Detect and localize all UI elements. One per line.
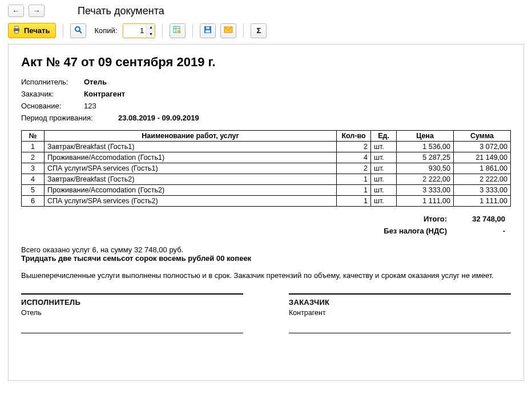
document-area: Акт № 47 от 09 сентября 2019 г. Исполнит… xyxy=(8,44,524,381)
total-label: Итого: xyxy=(379,213,452,224)
edit-button[interactable] xyxy=(170,23,186,38)
arrow-right-icon: → xyxy=(33,6,41,15)
basis-label: Основание: xyxy=(21,102,84,110)
cell-sum: 3 333,00 xyxy=(454,185,511,196)
signatures: ИСПОЛНИТЕЛЬ Отель ЗАКАЗЧИК Контрагент xyxy=(21,293,511,333)
customer-role: ЗАКАЗЧИК xyxy=(289,298,511,307)
cell-unit: шт. xyxy=(371,196,397,207)
th-unit: Ед. xyxy=(371,131,397,142)
basis-value: 123 xyxy=(84,102,96,110)
table-row: 6СПА услуги/SPA services (Гость2)1шт.1 1… xyxy=(22,196,511,207)
back-button[interactable]: ← xyxy=(8,5,24,17)
cell-name: СПА услуги/SPA services (Гость2) xyxy=(45,196,337,207)
executor-value: Отель xyxy=(84,78,107,86)
completion-note: Вышеперечисленные услуги выполнены полно… xyxy=(21,271,511,281)
cell-price: 930,50 xyxy=(397,163,454,174)
table-edit-icon xyxy=(173,25,182,36)
th-name: Наименование работ, услуг xyxy=(45,131,337,142)
cell-num: 1 xyxy=(22,142,45,152)
th-qty: Кол-во xyxy=(337,131,371,142)
cell-name: Проживание/Accomodation (Гость2) xyxy=(45,185,337,196)
th-price: Цена xyxy=(397,131,454,142)
cell-num: 3 xyxy=(22,163,45,174)
copies-down[interactable]: ▼ xyxy=(147,31,155,38)
executor-label: Исполнитель: xyxy=(21,78,84,86)
executor-signature: ИСПОЛНИТЕЛЬ Отель xyxy=(21,293,243,333)
cell-sum: 2 222,00 xyxy=(454,174,511,185)
customer-signature: ЗАКАЗЧИК Контрагент xyxy=(289,293,511,333)
cell-name: Проживание/Accomodation (Гость1) xyxy=(45,152,337,163)
cell-sum: 3 072,00 xyxy=(454,142,511,152)
customer-name: Контрагент xyxy=(289,309,511,317)
copies-input[interactable] xyxy=(123,24,146,38)
tax-label: Без налога (НДС) xyxy=(379,225,452,236)
separator xyxy=(162,24,163,38)
magnifier-icon xyxy=(74,25,83,36)
cell-qty: 1 xyxy=(337,185,371,196)
document-title: Акт № 47 от 09 сентября 2019 г. xyxy=(21,55,511,70)
svg-line-4 xyxy=(79,31,82,33)
svg-rect-10 xyxy=(206,27,209,29)
copies-up[interactable]: ▲ xyxy=(147,24,155,31)
period-value: 23.08.2019 - 09.09.2019 xyxy=(118,114,199,122)
meta-customer: Заказчик: Контрагент xyxy=(21,90,511,98)
cell-sum: 1 861,00 xyxy=(454,163,511,174)
table-row: 3СПА услуги/SPA services (Гость1)2шт.930… xyxy=(22,163,511,174)
cell-name: СПА услуги/SPA services (Гость1) xyxy=(45,163,337,174)
cell-qty: 1 xyxy=(337,196,371,207)
cell-price: 1 536,00 xyxy=(397,142,454,152)
separator xyxy=(192,24,193,38)
customer-label: Заказчик: xyxy=(21,90,84,98)
print-button[interactable]: Печать xyxy=(8,23,56,38)
cell-qty: 4 xyxy=(337,152,371,163)
toolbar: Печать Копий: ▲ ▼ Σ xyxy=(0,19,532,44)
cell-qty: 2 xyxy=(337,163,371,174)
separator xyxy=(63,24,63,38)
forward-button[interactable]: → xyxy=(29,5,45,17)
totals-block: Итого: 32 748,00 Без налога (НДС) - xyxy=(21,212,511,237)
separator xyxy=(243,24,244,38)
cell-qty: 1 xyxy=(337,174,371,185)
th-sum: Сумма xyxy=(454,131,511,142)
floppy-icon xyxy=(203,25,212,36)
arrow-left-icon: ← xyxy=(12,6,20,15)
copies-stepper[interactable]: ▲ ▼ xyxy=(123,23,155,38)
cell-num: 5 xyxy=(22,185,45,196)
cell-price: 1 111,00 xyxy=(397,196,454,207)
th-num: № xyxy=(22,131,45,142)
meta-period: Период проживания: 23.08.2019 - 09.09.20… xyxy=(21,114,511,122)
svg-rect-2 xyxy=(15,31,18,33)
preview-button[interactable] xyxy=(70,23,86,38)
cell-unit: шт. xyxy=(371,163,397,174)
cell-price: 3 333,00 xyxy=(397,185,454,196)
cell-qty: 2 xyxy=(337,142,371,152)
send-email-button[interactable] xyxy=(220,23,236,38)
cell-sum: 21 149,00 xyxy=(454,152,511,163)
sigma-icon: Σ xyxy=(256,26,261,35)
customer-value: Контрагент xyxy=(84,90,125,98)
table-row: 1Завтрак/Breakfast (Гость1)2шт.1 536,003… xyxy=(22,142,511,152)
svg-rect-9 xyxy=(205,30,210,33)
cell-name: Завтрак/Breakfast (Гость1) xyxy=(45,142,337,152)
cell-sum: 1 111,00 xyxy=(454,196,511,207)
tax-value: - xyxy=(453,225,510,236)
printer-icon xyxy=(12,25,21,36)
sum-button[interactable]: Σ xyxy=(251,23,267,38)
save-button[interactable] xyxy=(200,23,216,38)
svg-point-3 xyxy=(75,27,80,31)
print-button-label: Печать xyxy=(24,26,50,35)
cell-num: 4 xyxy=(22,174,45,185)
meta-executor: Исполнитель: Отель xyxy=(21,78,511,86)
meta-basis: Основание: 123 xyxy=(21,102,511,110)
table-row: 5Проживание/Accomodation (Гость2)1шт.3 3… xyxy=(22,185,511,196)
envelope-icon xyxy=(224,25,233,36)
cell-unit: шт. xyxy=(371,185,397,196)
cell-price: 5 287,25 xyxy=(397,152,454,163)
copies-label: Копий: xyxy=(94,26,117,35)
table-row: 4Завтрак/Breakfast (Гость2)1шт.2 222,002… xyxy=(22,174,511,185)
total-value: 32 748,00 xyxy=(453,213,510,224)
cell-num: 6 xyxy=(22,196,45,207)
table-row: 2Проживание/Accomodation (Гость1)4шт.5 2… xyxy=(22,152,511,163)
page-title: Печать документа xyxy=(78,5,164,17)
cell-unit: шт. xyxy=(371,174,397,185)
